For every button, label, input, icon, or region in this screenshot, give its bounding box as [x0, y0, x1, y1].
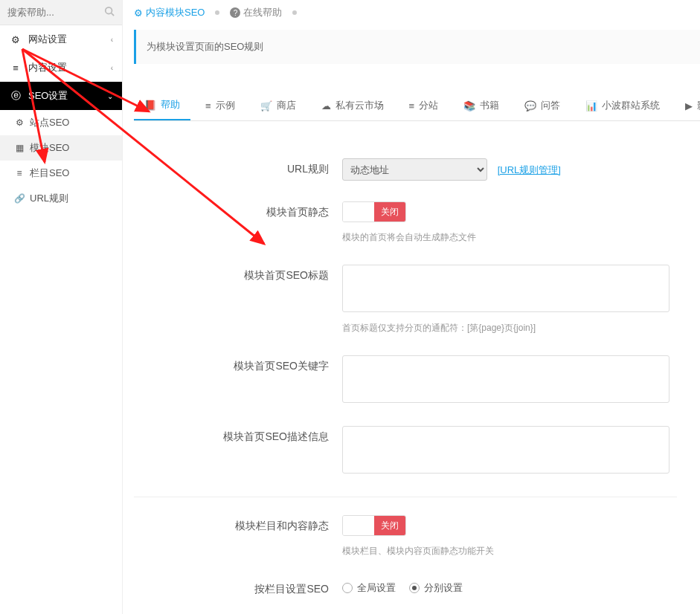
tab-label: 问答: [541, 99, 560, 112]
sub-site-seo[interactable]: ⚙ 站点SEO: [0, 110, 122, 135]
row-seo-title: 模块首页SEO标题 首页标题仅支持分页的通配符：[第{page}页{join}]: [134, 265, 700, 335]
breadcrumb-label: 在线帮助: [243, 6, 282, 19]
grid-icon: ▦: [13, 143, 25, 153]
chevron-left-icon: ‹: [111, 36, 113, 44]
switch-on-seg: [343, 516, 374, 535]
search-icon[interactable]: [104, 6, 115, 19]
list-icon: ≡: [205, 100, 211, 112]
tab-branch[interactable]: ≡分站: [399, 91, 449, 120]
list-icon: ≡: [9, 62, 22, 74]
sub-label: 模块SEO: [30, 141, 69, 155]
row-seo-keyword: 模块首页SEO关键字: [134, 355, 700, 405]
menu-site-settings[interactable]: ⚙ 网站设置 ‹: [0, 25, 122, 54]
radio-separate[interactable]: 分别设置: [409, 581, 463, 595]
breadcrumb-help[interactable]: ? 在线帮助: [230, 6, 282, 19]
breadcrumb-label: 内容模块SEO: [146, 6, 205, 19]
row-seo-desc: 模块首页SEO描述信息: [134, 426, 700, 476]
tab-label: 影: [697, 99, 700, 112]
link-url-rule-manage[interactable]: [URL规则管理]: [498, 164, 561, 175]
hint-col-static: 模块栏目、模块内容页面静态功能开关: [342, 545, 700, 558]
chevron-down-icon: ⌄: [107, 92, 113, 100]
tab-example[interactable]: ≡示例: [195, 91, 245, 120]
tab-help[interactable]: 📕帮助: [134, 91, 190, 120]
link-icon: 🔗: [13, 193, 25, 204]
svg-line-1: [112, 13, 115, 16]
separator: [134, 497, 677, 497]
chart-icon: 📊: [585, 100, 597, 112]
radio-circle-icon: [342, 583, 353, 593]
sub-label: URL规则: [30, 192, 68, 205]
cloud-icon: ☁: [321, 100, 331, 112]
tab-cloud[interactable]: ☁私有云市场: [311, 91, 394, 120]
sidebar-search: [0, 0, 122, 25]
label-home-static: 模块首页静态: [134, 201, 342, 219]
menu-label: 网站设置: [28, 33, 111, 46]
breadcrumb-module-seo[interactable]: ⚙ 内容模块SEO: [134, 6, 205, 19]
hint-home-static: 模块的首页将会自动生成静态文件: [342, 231, 700, 244]
chevron-left-icon: ‹: [111, 64, 113, 72]
label-col-static: 模块栏目和内容静态: [134, 515, 342, 533]
hint-seo-title: 首页标题仅支持分页的通配符：[第{page}页{join}]: [342, 322, 700, 335]
select-url-rule[interactable]: 动态地址: [342, 158, 487, 181]
radio-label: 全局设置: [357, 581, 396, 595]
sub-url-rule[interactable]: 🔗 URL规则: [0, 186, 122, 211]
tab-label: 小波群站系统: [602, 99, 660, 112]
tab-qa[interactable]: 💬问答: [514, 91, 571, 120]
separator-dot: [215, 10, 219, 15]
cart-icon: 🛒: [260, 100, 272, 112]
sub-column-seo[interactable]: ≡ 栏目SEO: [0, 161, 122, 186]
gear-icon: ⚙: [134, 7, 143, 19]
tab-shop[interactable]: 🛒商店: [250, 91, 306, 120]
tab-label: 示例: [216, 99, 235, 112]
sub-module-seo[interactable]: ▦ 模块SEO: [0, 135, 122, 161]
menu-seo-settings[interactable]: ⓔ SEO设置 ⌄: [0, 82, 122, 110]
sub-label: 栏目SEO: [30, 167, 69, 180]
textarea-seo-title[interactable]: [342, 265, 670, 312]
switch-off-seg: 关闭: [374, 202, 405, 222]
book-icon: 📕: [144, 100, 156, 111]
row-col-static: 模块栏目和内容静态 关闭 模块栏目、模块内容页面静态功能开关: [134, 515, 700, 558]
row-col-seo: 按栏目设置SEO 全局设置 分别设置: [134, 578, 700, 596]
textarea-seo-keyword[interactable]: [342, 355, 670, 403]
separator-dot: [292, 10, 297, 15]
tab-xiaobo[interactable]: 📊小波群站系统: [575, 91, 670, 120]
tab-video[interactable]: ▶影: [675, 91, 700, 120]
radio-circle-icon: [409, 583, 420, 593]
tab-label: 商店: [277, 99, 296, 112]
tab-label: 帮助: [161, 98, 180, 112]
main-content: ⚙ 内容模块SEO ? 在线帮助 为模块设置页面的SEO规则 📕帮助 ≡示例 🛒…: [134, 0, 700, 614]
ie-icon: ⓔ: [9, 89, 22, 103]
radio-global[interactable]: 全局设置: [342, 581, 396, 595]
switch-on-seg: [343, 202, 374, 222]
row-home-static: 模块首页静态 关闭 模块的首页将会自动生成静态文件: [134, 201, 700, 244]
switch-home-static[interactable]: 关闭: [342, 201, 406, 222]
menu-label: SEO设置: [28, 89, 107, 103]
chat-icon: 💬: [524, 100, 536, 112]
tab-books[interactable]: 📚书籍: [453, 91, 510, 120]
textarea-seo-desc[interactable]: [342, 426, 670, 474]
list-icon: ≡: [409, 100, 415, 112]
sidebar: ⚙ 网站设置 ‹ ≡ 内容设置 ‹ ⓔ SEO设置 ⌄ ⚙ 站点SEO ▦ 模块…: [0, 0, 123, 614]
label-seo-desc: 模块首页SEO描述信息: [134, 426, 342, 444]
help-icon: ?: [230, 7, 240, 18]
switch-off-seg: 关闭: [374, 516, 405, 535]
label-seo-keyword: 模块首页SEO关键字: [134, 355, 342, 373]
tab-label: 私有云市场: [335, 99, 384, 112]
gear-icon: ⚙: [13, 117, 25, 128]
submenu-seo: ⚙ 站点SEO ▦ 模块SEO ≡ 栏目SEO 🔗 URL规则: [0, 110, 122, 211]
label-col-seo: 按栏目设置SEO: [134, 578, 342, 596]
radio-label: 分别设置: [424, 581, 463, 595]
tab-label: 分站: [419, 99, 438, 112]
switch-col-static[interactable]: 关闭: [342, 515, 406, 536]
row-url-rule: URL规则 动态地址 [URL规则管理]: [134, 158, 700, 181]
list-icon: ≡: [13, 168, 25, 178]
svg-point-0: [106, 7, 112, 14]
notice-bar: 为模块设置页面的SEO规则: [134, 30, 700, 64]
tabs: 📕帮助 ≡示例 🛒商店 ☁私有云市场 ≡分站 📚书籍 💬问答 📊小波群站系统 ▶…: [134, 91, 700, 121]
search-input[interactable]: [7, 7, 104, 18]
sub-label: 站点SEO: [30, 116, 69, 129]
gear-icon: ⚙: [9, 34, 22, 45]
breadcrumb: ⚙ 内容模块SEO ? 在线帮助: [134, 0, 700, 25]
label-seo-title: 模块首页SEO标题: [134, 265, 342, 282]
menu-content-settings[interactable]: ≡ 内容设置 ‹: [0, 54, 122, 82]
